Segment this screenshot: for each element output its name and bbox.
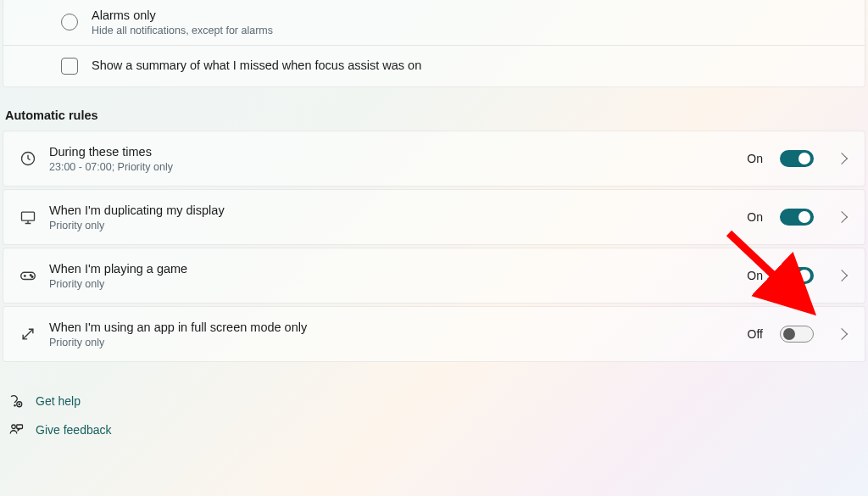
radio-icon[interactable] [61, 14, 78, 31]
svg-point-4 [31, 276, 33, 277]
checkbox-icon[interactable] [61, 58, 78, 75]
help-icon [7, 392, 25, 410]
toggle-during-times[interactable] [780, 150, 814, 167]
link-get-help[interactable]: Get help [5, 387, 863, 415]
toggle-duplicating-display[interactable] [780, 209, 814, 226]
rule-subtitle: Priority only [49, 220, 735, 231]
toggle-state-label: Off [748, 327, 763, 341]
option-alarms-only[interactable]: Alarms only Hide all notifications, exce… [3, 0, 865, 45]
rule-fullscreen-app[interactable]: When I'm using an app in full screen mod… [3, 306, 865, 362]
toggle-fullscreen-app[interactable] [780, 326, 814, 343]
chevron-right-icon[interactable] [836, 270, 848, 281]
rule-playing-game[interactable]: When I'm playing a game Priority only On [3, 248, 865, 304]
link-label: Give feedback [36, 423, 112, 437]
link-give-feedback[interactable]: Give feedback [5, 415, 863, 444]
svg-point-5 [14, 404, 15, 405]
gamepad-icon [19, 266, 37, 285]
svg-point-3 [30, 275, 31, 276]
option-subtitle: Hide all notifications, except for alarm… [92, 25, 273, 36]
chevron-right-icon[interactable] [836, 211, 848, 223]
option-title: Alarms only [92, 8, 273, 24]
option-show-summary[interactable]: Show a summary of what I missed when foc… [3, 46, 865, 86]
rule-during-these-times[interactable]: During these times 23:00 - 07:00; Priori… [3, 131, 865, 187]
rule-title: When I'm playing a game [49, 261, 735, 277]
rule-duplicating-display[interactable]: When I'm duplicating my display Priority… [3, 189, 865, 245]
help-links: Get help Give feedback [0, 365, 868, 449]
checkbox-label: Show a summary of what I missed when foc… [92, 58, 421, 74]
monitor-icon [19, 208, 37, 226]
rule-subtitle: Priority only [49, 337, 736, 348]
toggle-playing-game[interactable] [780, 267, 814, 284]
svg-point-7 [12, 425, 16, 429]
rule-subtitle: 23:00 - 07:00; Priority only [49, 161, 735, 173]
toggle-state-label: On [747, 152, 763, 165]
link-label: Get help [36, 394, 81, 408]
toggle-state-label: On [747, 269, 763, 282]
rule-title: When I'm duplicating my display [49, 203, 735, 219]
svg-rect-1 [22, 212, 35, 220]
rule-title: When I'm using an app in full screen mod… [49, 320, 736, 336]
chevron-right-icon[interactable] [836, 328, 848, 340]
section-header-automatic-rules: Automatic rules [0, 90, 868, 131]
fullscreen-icon [19, 325, 37, 343]
chevron-right-icon[interactable] [836, 153, 848, 164]
rule-subtitle: Priority only [49, 278, 735, 290]
rule-title: During these times [49, 144, 735, 160]
focus-assist-options-group: Alarms only Hide all notifications, exce… [3, 0, 865, 87]
clock-icon [19, 149, 37, 168]
svg-rect-8 [17, 425, 23, 429]
toggle-state-label: On [747, 210, 763, 224]
feedback-icon [7, 421, 25, 439]
